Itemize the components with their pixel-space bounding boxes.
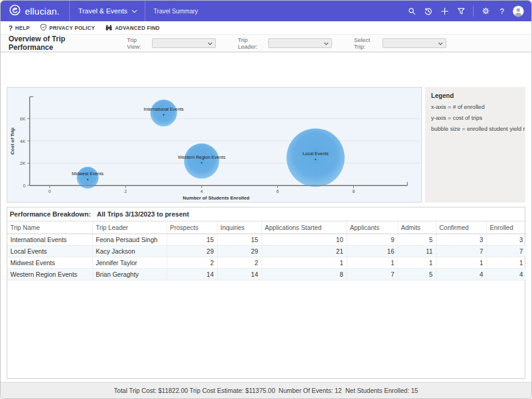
cell-number: 11 bbox=[398, 245, 436, 257]
search-icon[interactable] bbox=[404, 3, 420, 19]
trips-table-body: International EventsFeona Persaud Singh1… bbox=[7, 234, 526, 280]
column-header[interactable]: Enrolled bbox=[486, 221, 526, 234]
settings-icon[interactable] bbox=[477, 3, 494, 19]
cell-text: Midwest Events bbox=[7, 257, 92, 268]
performance-breakdown-section: Performance Breakdown: All Trips 3/13/20… bbox=[7, 207, 525, 379]
trip-leader-select[interactable] bbox=[268, 38, 333, 48]
cell-number: 7 bbox=[436, 245, 486, 257]
table-header-row: Trip NameTrip LeaderProspectsInquiriesAp… bbox=[7, 221, 526, 234]
binoculars-icon bbox=[105, 24, 112, 32]
overview-section-title: Overview of Trip Performance bbox=[9, 35, 105, 52]
advanced-find-button[interactable]: ADVANCED FIND bbox=[105, 24, 160, 32]
page-title: Travel Summary bbox=[145, 8, 207, 15]
trips-table: Trip NameTrip LeaderProspectsInquiriesAp… bbox=[7, 221, 526, 280]
cell-text: Jennifer Taylor bbox=[92, 257, 167, 268]
column-header[interactable]: Trip Leader bbox=[92, 221, 167, 234]
column-header[interactable]: Admits bbox=[398, 221, 436, 234]
privacy-policy-button[interactable]: PRIVACY POLICY bbox=[40, 24, 95, 32]
svg-text:4: 4 bbox=[201, 189, 203, 194]
performance-breakdown-title: Performance Breakdown: bbox=[10, 210, 91, 218]
svg-text:4K: 4K bbox=[20, 139, 26, 144]
svg-text:2K: 2K bbox=[20, 161, 26, 166]
column-header[interactable]: Prospects bbox=[167, 221, 217, 234]
svg-text:0: 0 bbox=[23, 183, 26, 189]
cell-number: 21 bbox=[261, 245, 347, 257]
app-window: ellucian. Travel & Events Travel Summary… bbox=[0, 0, 532, 399]
svg-text:6K: 6K bbox=[20, 116, 26, 122]
recent-items-icon[interactable] bbox=[420, 3, 437, 19]
bubble-local-events[interactable] bbox=[286, 128, 345, 187]
cell-number: 4 bbox=[486, 268, 526, 280]
cell-number: 1 bbox=[261, 257, 347, 268]
cell-number: 14 bbox=[167, 268, 217, 280]
select-trip-select[interactable] bbox=[382, 38, 447, 48]
cell-number: 29 bbox=[217, 245, 261, 257]
cell-text: Local Events bbox=[7, 245, 92, 257]
chevron-down-icon bbox=[324, 41, 328, 45]
app-header: ellucian. Travel & Events Travel Summary… bbox=[1, 1, 531, 21]
table-row[interactable]: Local EventsKacy Jackson292921161177 bbox=[7, 245, 526, 257]
column-header[interactable]: Applicants bbox=[347, 221, 398, 234]
cell-number: 1 bbox=[347, 257, 398, 268]
trip-view-filter: Trip View: bbox=[127, 36, 216, 50]
app-menu-travel-events[interactable]: Travel & Events bbox=[70, 1, 145, 21]
summary-footer-text: Total Trip Cost: $11822.00 Trip Cost Est… bbox=[114, 387, 418, 394]
cell-number: 1 bbox=[436, 257, 486, 268]
app-menu-label: Travel & Events bbox=[78, 7, 128, 15]
help-icon[interactable]: ? bbox=[494, 3, 510, 19]
chevron-down-icon bbox=[438, 41, 443, 45]
table-row[interactable]: Western Region EventsBrian Geraghty14148… bbox=[7, 268, 526, 280]
cell-number: 29 bbox=[167, 245, 217, 257]
cell-number: 3 bbox=[486, 234, 526, 245]
filter-row: Overview of Trip Performance Trip View:T… bbox=[1, 35, 531, 52]
cell-number: 1 bbox=[486, 257, 526, 268]
toolbar-item-label: HELP bbox=[15, 25, 30, 31]
ellucian-logo-icon bbox=[9, 4, 21, 18]
legend-line-bubble: bubble size = enrolled student yield rat… bbox=[431, 125, 519, 132]
column-header[interactable]: Trip Name bbox=[7, 221, 92, 234]
trip-view-label: Trip View: bbox=[127, 36, 151, 50]
column-header[interactable]: Inquiries bbox=[217, 221, 261, 234]
main-content: Midwest EventsInternational EventsWester… bbox=[1, 52, 531, 382]
table-row[interactable]: International EventsFeona Persaud Singh1… bbox=[7, 234, 526, 245]
column-header[interactable]: Applications Started bbox=[261, 221, 347, 234]
bubble-international-events[interactable] bbox=[150, 100, 177, 127]
bubble-label: Western Region Events bbox=[178, 154, 226, 160]
user-avatar-icon[interactable] bbox=[510, 3, 527, 19]
cell-number: 9 bbox=[347, 234, 398, 245]
chevron-down-icon bbox=[208, 41, 212, 45]
table-row[interactable]: Midwest EventsJennifer Taylor2211111 bbox=[7, 257, 526, 268]
summary-footer: Total Trip Cost: $11822.00 Trip Cost Est… bbox=[1, 382, 531, 398]
cell-text: Brian Geraghty bbox=[92, 268, 167, 280]
icon-divider bbox=[473, 5, 474, 16]
bubble-label: Local Events bbox=[303, 151, 329, 156]
cell-number: 10 bbox=[261, 234, 347, 245]
column-header[interactable]: Confirmed bbox=[436, 221, 486, 234]
add-icon[interactable] bbox=[437, 3, 453, 19]
bubble-chart-svg: Midwest EventsInternational EventsWester… bbox=[7, 88, 421, 202]
x-axis-title: Number of Students Enrolled bbox=[182, 195, 249, 201]
brand: ellucian. bbox=[1, 1, 69, 21]
y-axis-title: Cost of Trip bbox=[10, 128, 15, 154]
cell-number: 2 bbox=[167, 257, 217, 268]
brand-name: ellucian. bbox=[25, 6, 60, 16]
chevron-down-icon bbox=[131, 7, 136, 12]
table-empty-area bbox=[7, 280, 525, 379]
cell-number: 7 bbox=[486, 245, 526, 257]
bubble-western-region-events[interactable] bbox=[184, 144, 219, 179]
performance-breakdown-subtitle: All Trips 3/13/2023 to present bbox=[97, 210, 189, 218]
cell-number: 5 bbox=[398, 234, 436, 245]
cell-number: 8 bbox=[261, 268, 347, 280]
bubble-chart: Midwest EventsInternational EventsWester… bbox=[7, 87, 422, 203]
help-button[interactable]: ?HELP bbox=[9, 24, 30, 32]
svg-text:6: 6 bbox=[276, 189, 278, 194]
filter-icon[interactable] bbox=[453, 3, 469, 19]
svg-text:2: 2 bbox=[125, 189, 127, 194]
cell-text: International Events bbox=[7, 234, 92, 245]
cell-text: Western Region Events bbox=[7, 268, 92, 280]
select-trip-label: Select Trip: bbox=[354, 36, 381, 50]
cell-number: 4 bbox=[436, 268, 486, 280]
chart-legend-panel: Legend x-axis = # of enrolled y-axis = c… bbox=[425, 87, 525, 203]
bubble-label: Midwest Events bbox=[72, 171, 103, 176]
trip-view-select[interactable] bbox=[152, 38, 216, 48]
